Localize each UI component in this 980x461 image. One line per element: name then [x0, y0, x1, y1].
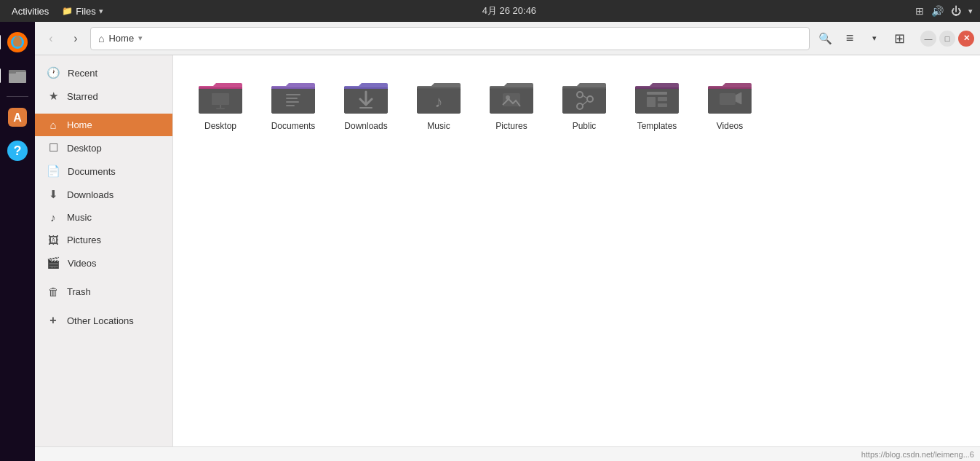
- location-dropdown-icon: ▾: [138, 34, 143, 43]
- sidebar-label-documents: Documents: [68, 166, 116, 177]
- status-url: https://blog.csdn.net/leimeng...6: [861, 450, 974, 459]
- music-sidebar-icon: ♪: [47, 211, 60, 224]
- sidebar-label-pictures: Pictures: [67, 235, 101, 245]
- sidebar-item-trash[interactable]: 🗑 Trash: [35, 280, 172, 303]
- location-label: Home: [108, 33, 134, 44]
- dropdown-icon[interactable]: ▾: [968, 7, 973, 16]
- pictures-folder-label: Pictures: [495, 121, 527, 131]
- other-locations-icon: +: [47, 314, 60, 327]
- music-folder-icon: ♪: [415, 77, 462, 117]
- svg-rect-34: [503, 93, 520, 106]
- home-sidebar-icon: ⌂: [47, 119, 60, 131]
- documents-sidebar-icon: 📄: [47, 165, 60, 178]
- sidebar-sep-1: [35, 108, 172, 114]
- videos-folder-label: Videos: [717, 121, 743, 131]
- files-app: ‹ › ⌂ Home ▾ 🔍 ≡ ▾ ⊞ — □ ✕: [35, 22, 980, 461]
- sidebar-item-music[interactable]: ♪ Music: [35, 206, 172, 229]
- pictures-folder-icon: [488, 77, 535, 117]
- svg-rect-17: [271, 87, 315, 89]
- folder-documents[interactable]: Documents: [260, 70, 326, 138]
- documents-folder-icon: [270, 77, 316, 117]
- toolbar-actions: 🔍 ≡ ▾ ⊞: [814, 28, 910, 50]
- files-icon: [6, 64, 29, 87]
- downloads-sidebar-icon: ⬇: [47, 188, 60, 201]
- desktop-folder-label: Desktop: [204, 121, 236, 131]
- folder-videos[interactable]: Videos: [697, 70, 762, 138]
- volume-icon[interactable]: 🔊: [931, 5, 944, 17]
- svg-rect-46: [635, 87, 679, 89]
- minimize-button[interactable]: —: [920, 31, 936, 47]
- sidebar-item-home[interactable]: ⌂ Home: [35, 114, 172, 136]
- sidebar-sep-2: [35, 275, 172, 280]
- activities-button[interactable]: Activities: [7, 4, 53, 18]
- close-button[interactable]: ✕: [958, 31, 974, 47]
- svg-rect-11: [199, 87, 242, 89]
- trash-sidebar-icon: 🗑: [47, 285, 60, 298]
- list-view-button[interactable]: ≡: [839, 28, 861, 50]
- downloads-folder-icon: [343, 77, 389, 117]
- system-topbar: Activities 📁 Files ▾ 4月 26 20:46 ⊞ 🔊 ⏻ ▾: [0, 0, 980, 22]
- svg-rect-54: [720, 93, 736, 105]
- sidebar-item-documents[interactable]: 📄 Documents: [35, 159, 172, 183]
- dock-item-help[interactable]: ?: [3, 136, 32, 165]
- files-menu[interactable]: 📁 Files ▾: [62, 6, 103, 17]
- folder-public[interactable]: Public: [551, 70, 617, 138]
- location-bar[interactable]: ⌂ Home ▾: [90, 27, 810, 50]
- sidebar-item-pictures[interactable]: 🖼 Pictures: [35, 229, 172, 251]
- music-folder-label: Music: [427, 121, 450, 131]
- svg-rect-24: [344, 87, 388, 89]
- status-bar: https://blog.csdn.net/leimeng...6: [35, 446, 980, 461]
- back-button[interactable]: ‹: [41, 28, 61, 49]
- svg-rect-48: [647, 97, 656, 107]
- svg-rect-12: [212, 93, 229, 105]
- dock-item-files[interactable]: [3, 61, 32, 90]
- dock-item-firefox[interactable]: [3, 28, 32, 57]
- forward-button[interactable]: ›: [65, 28, 86, 49]
- svg-rect-50: [658, 103, 667, 107]
- maximize-button[interactable]: □: [939, 31, 955, 47]
- public-folder-label: Public: [573, 121, 597, 131]
- svg-rect-49: [658, 97, 667, 101]
- appstore-icon: A: [6, 106, 29, 129]
- datetime-text: 4月 26 20:46: [482, 5, 536, 16]
- sidebar-item-other-locations[interactable]: + Other Locations: [35, 309, 172, 332]
- sidebar-item-desktop[interactable]: ☐ Desktop: [35, 136, 172, 159]
- sidebar-label-home: Home: [67, 119, 92, 130]
- sidebar-label-music: Music: [67, 212, 92, 223]
- topbar-right: ⊞ 🔊 ⏻ ▾: [915, 5, 973, 17]
- sidebar-label-desktop: Desktop: [67, 143, 102, 154]
- sidebar-item-starred[interactable]: ★ Starred: [35, 84, 172, 108]
- starred-icon: ★: [47, 90, 60, 103]
- documents-folder-label: Documents: [271, 121, 316, 131]
- power-icon[interactable]: ⏻: [951, 5, 961, 17]
- folder-downloads[interactable]: Downloads: [333, 70, 399, 138]
- datetime-display: 4月 26 20:46: [482, 4, 536, 17]
- desktop-folder-icon: [197, 77, 244, 117]
- sidebar-item-recent[interactable]: 🕐 Recent: [35, 61, 172, 84]
- grid-view-button[interactable]: ⊞: [888, 28, 910, 50]
- view-dropdown-button[interactable]: ▾: [864, 28, 885, 50]
- svg-text:?: ?: [14, 143, 22, 158]
- firefox-icon: [6, 31, 29, 54]
- folder-desktop[interactable]: Desktop: [188, 70, 253, 138]
- folder-templates[interactable]: Templates: [624, 70, 690, 138]
- search-button[interactable]: 🔍: [814, 28, 836, 50]
- network-icon[interactable]: ⊞: [915, 5, 924, 17]
- public-folder-icon: [561, 77, 607, 117]
- svg-rect-18: [286, 94, 300, 95]
- help-icon: ?: [6, 139, 29, 162]
- sidebar-item-downloads[interactable]: ⬇ Downloads: [35, 183, 172, 206]
- svg-rect-53: [708, 87, 752, 89]
- dock-item-appstore[interactable]: A: [3, 103, 32, 132]
- folder-music[interactable]: ♪ Music: [406, 70, 471, 138]
- topbar-left: Activities 📁 Files ▾: [7, 4, 103, 18]
- svg-text:♪: ♪: [435, 92, 443, 111]
- sidebar-label-other-locations: Other Locations: [67, 315, 134, 326]
- sidebar-item-videos[interactable]: 🎬 Videos: [35, 251, 172, 275]
- videos-folder-icon: [706, 77, 753, 117]
- svg-rect-47: [647, 92, 667, 95]
- dock-divider: [7, 96, 28, 97]
- downloads-folder-label: Downloads: [344, 121, 387, 131]
- folder-pictures[interactable]: Pictures: [479, 70, 544, 138]
- window-controls: — □ ✕: [920, 31, 974, 47]
